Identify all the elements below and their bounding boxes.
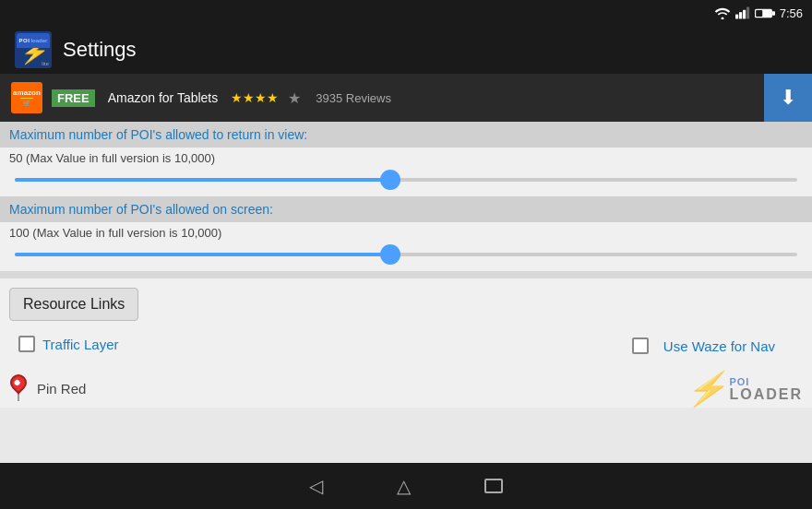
poi-view-slider-container xyxy=(0,167,812,196)
ad-title: Amazon for Tablets xyxy=(108,90,219,105)
download-button[interactable]: ⬇ xyxy=(764,74,812,122)
poi-loader-bolt-icon: ⚡ xyxy=(686,373,727,406)
battery-icon xyxy=(755,7,775,19)
checkboxes-row: Traffic Layer Use Waze for Nav xyxy=(9,332,803,367)
poi-screen-slider-fill xyxy=(15,253,390,256)
stars-filled: ★★★★ xyxy=(231,90,279,105)
title-bar: POI loader ⚡ lite Settings xyxy=(0,26,812,74)
download-icon: ⬇ xyxy=(780,86,796,110)
svg-rect-0 xyxy=(735,15,738,19)
resource-links-section: Resource Links Traffic Layer Use Waze fo… xyxy=(0,278,812,367)
back-button[interactable]: ◁ xyxy=(309,475,323,497)
pin-row: Pin Red ⚡ POI LOADER xyxy=(0,367,812,408)
resource-links-button[interactable]: Resource Links xyxy=(9,288,138,321)
poi-screen-label: Maximum number of POI's allowed on scree… xyxy=(0,196,812,222)
recent-apps-button[interactable] xyxy=(484,479,503,493)
svg-rect-3 xyxy=(746,7,749,19)
use-waze-checkbox[interactable] xyxy=(632,337,649,354)
svg-rect-6 xyxy=(772,11,775,16)
signal-icon xyxy=(735,6,750,19)
poi-view-slider-track[interactable] xyxy=(15,178,797,182)
page-title: Settings xyxy=(63,38,137,62)
svg-rect-5 xyxy=(756,9,762,16)
poi-view-value: 50 (Max Value in full version is 10,000) xyxy=(0,148,812,167)
pin-red-label: Pin Red xyxy=(37,381,86,397)
use-waze-label[interactable]: Use Waze for Nav xyxy=(663,338,775,354)
app-logo: POI loader ⚡ lite xyxy=(15,31,52,68)
poi-screen-slider-container xyxy=(0,242,812,271)
review-count: 3935 Reviews xyxy=(316,91,391,105)
ad-bar[interactable]: amazon 🛒 FREE Amazon for Tablets ★★★★★ 3… xyxy=(0,74,812,122)
amazon-logo: amazon 🛒 xyxy=(11,82,42,113)
traffic-layer-row: Traffic Layer xyxy=(18,332,119,360)
status-bar: 7:56 xyxy=(0,0,812,26)
svg-rect-2 xyxy=(743,10,746,19)
wifi-icon xyxy=(714,6,731,19)
time-display: 7:56 xyxy=(780,6,803,20)
section-divider xyxy=(0,271,812,278)
traffic-layer-label[interactable]: Traffic Layer xyxy=(42,337,119,352)
svg-rect-1 xyxy=(739,12,742,18)
poi-view-slider-fill xyxy=(15,178,390,182)
free-badge: FREE xyxy=(52,89,95,107)
pin-red-icon xyxy=(9,374,28,402)
stars-empty: ★ xyxy=(288,89,301,107)
poi-screen-value: 100 (Max Value in full version is 10,000… xyxy=(0,222,812,242)
back-icon: ◁ xyxy=(309,475,323,497)
poi-screen-slider-thumb[interactable] xyxy=(380,244,400,265)
poi-loader-watermark: ⚡ POI LOADER xyxy=(686,373,803,406)
poi-view-label: Maximum number of POI's allowed to retur… xyxy=(0,122,812,148)
traffic-layer-checkbox[interactable] xyxy=(18,336,35,352)
status-icons: 7:56 xyxy=(714,6,803,20)
use-waze-row: Use Waze for Nav xyxy=(632,337,794,354)
poi-screen-section: Maximum number of POI's allowed on scree… xyxy=(0,196,812,271)
poi-loader-text: POI LOADER xyxy=(729,377,803,402)
poi-view-slider-thumb[interactable] xyxy=(380,170,400,190)
home-button[interactable]: △ xyxy=(397,475,411,497)
poi-screen-slider-track[interactable] xyxy=(15,253,797,256)
recent-apps-icon xyxy=(484,479,503,493)
bottom-nav: ◁ △ xyxy=(0,463,812,509)
home-icon: △ xyxy=(397,475,411,497)
poi-view-section: Maximum number of POI's allowed to retur… xyxy=(0,122,812,196)
